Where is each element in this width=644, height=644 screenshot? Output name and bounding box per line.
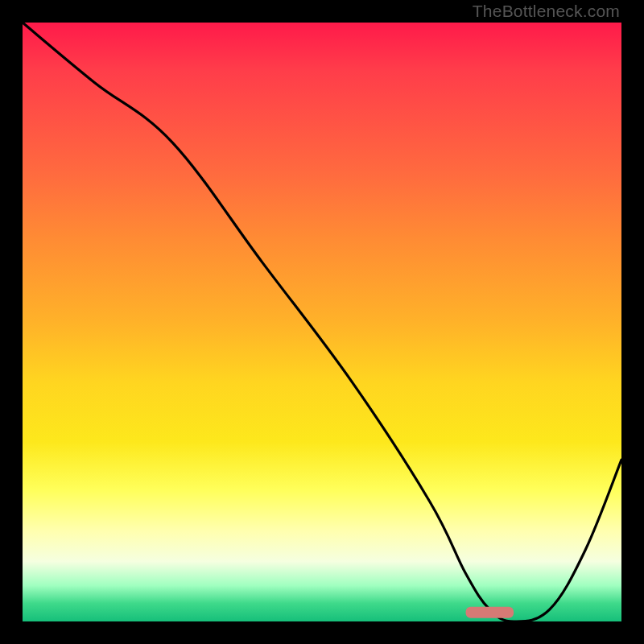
- optimal-marker: [466, 607, 514, 618]
- bottleneck-curve: [23, 23, 621, 621]
- chart-line-group: [23, 23, 621, 621]
- chart-overlay: [0, 0, 644, 644]
- chart-frame: TheBottleneck.com: [0, 0, 644, 644]
- watermark-text: TheBottleneck.com: [473, 2, 620, 21]
